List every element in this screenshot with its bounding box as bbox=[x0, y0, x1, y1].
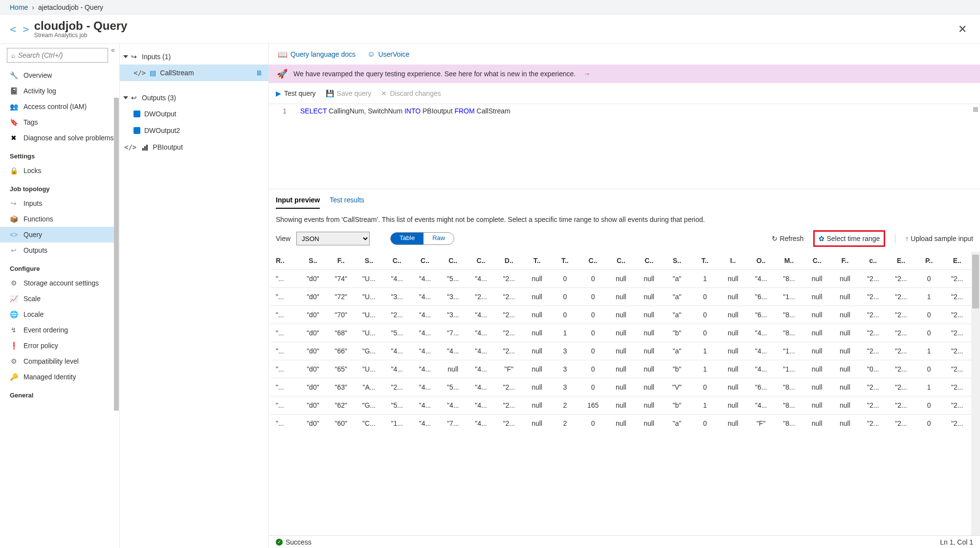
editor-code[interactable]: SELECT CallingNum, SwitchNum INTO PBIout… bbox=[293, 104, 511, 189]
column-header[interactable]: T.. bbox=[691, 252, 719, 270]
column-header[interactable]: C.. bbox=[607, 252, 635, 270]
table-row[interactable]: "..."d0""65""U..."4..."4...null"4..."F"n… bbox=[271, 360, 971, 378]
table-row[interactable]: "..."d0""72""U..."3..."4..."3..."2..."2.… bbox=[271, 288, 971, 306]
table-row[interactable]: "..."d0""74""U..."4..."4..."5..."4..."2.… bbox=[271, 270, 971, 288]
table-cell: null bbox=[523, 342, 551, 360]
sidebar-item[interactable]: 🌐Locale bbox=[0, 307, 115, 322]
table-cell: "4... bbox=[747, 342, 775, 360]
sidebar-item[interactable]: ↩Outputs bbox=[0, 242, 115, 258]
sidebar-item[interactable]: ↯Event ordering bbox=[0, 322, 115, 338]
sidebar-item[interactable]: 🔖Tags bbox=[0, 114, 115, 130]
nav-icon: 🔑 bbox=[10, 373, 18, 381]
sidebar-item[interactable]: ⚙Compatibility level bbox=[0, 353, 115, 369]
svg-rect-1 bbox=[144, 146, 146, 151]
table-cell: "4... bbox=[411, 342, 439, 360]
column-header[interactable]: C.. bbox=[803, 252, 831, 270]
sidebar-item[interactable]: ❗Error policy bbox=[0, 338, 115, 353]
breadcrumb-home[interactable]: Home bbox=[10, 3, 28, 11]
table-row[interactable]: "..."d0""63""A..."2..."4..."5..."4..."2.… bbox=[271, 378, 971, 396]
toggle-table[interactable]: Table bbox=[391, 233, 423, 244]
column-header[interactable]: M.. bbox=[775, 252, 803, 270]
view-select[interactable]: JSON bbox=[296, 232, 370, 245]
test-query-button[interactable]: ▶ Test query bbox=[276, 89, 316, 97]
sidebar-item[interactable]: <>Query bbox=[0, 227, 115, 242]
tree-output-item[interactable]: DWOutput2 bbox=[120, 122, 268, 139]
nav-label: Outputs bbox=[23, 246, 47, 254]
table-row[interactable]: "..."d0""62""G..."5..."4..."4..."4..."2.… bbox=[271, 396, 971, 415]
column-header[interactable]: C.. bbox=[411, 252, 439, 270]
uservoice-link[interactable]: ☺ UserVoice bbox=[367, 50, 409, 59]
sidebar-item[interactable]: ✖Diagnose and solve problems bbox=[0, 130, 115, 146]
table-cell: "... bbox=[271, 306, 299, 324]
column-header[interactable]: C.. bbox=[439, 252, 467, 270]
discard-icon: ✕ bbox=[381, 89, 387, 97]
table-cell: "2... bbox=[887, 396, 915, 415]
select-time-range-button[interactable]: ✿ Select time range bbox=[813, 230, 885, 247]
editor-scrollbar[interactable] bbox=[973, 107, 978, 112]
view-toggle[interactable]: Table Raw bbox=[390, 232, 454, 245]
column-header[interactable]: D.. bbox=[495, 252, 523, 270]
table-scrollbar-track[interactable] bbox=[971, 252, 980, 535]
search-input[interactable] bbox=[18, 51, 104, 59]
table-row[interactable]: "..."d0""66""G..."4..."4..."4..."4..."2.… bbox=[271, 342, 971, 360]
sidebar-item[interactable]: 🔧Overview bbox=[0, 67, 115, 83]
query-editor[interactable]: 1 SELECT CallingNum, SwitchNum INTO PBIo… bbox=[269, 104, 980, 189]
arrow-icon[interactable]: → bbox=[583, 70, 590, 78]
column-header[interactable]: E.. bbox=[887, 252, 915, 270]
refresh-button[interactable]: ↻ Refresh bbox=[772, 235, 803, 242]
discard-changes-button[interactable]: ✕ Discard changes bbox=[381, 89, 441, 97]
table-cell: null bbox=[607, 270, 635, 288]
column-header[interactable]: S.. bbox=[355, 252, 383, 270]
column-header[interactable]: E.. bbox=[943, 252, 971, 270]
column-header[interactable]: S.. bbox=[299, 252, 327, 270]
file-icon[interactable]: 🗎 bbox=[256, 69, 263, 77]
sidebar-item[interactable]: 📓Activity log bbox=[0, 83, 115, 99]
nav-icon: 🔧 bbox=[10, 71, 18, 79]
tree-outputs-group[interactable]: ↩ Outputs (3) bbox=[120, 90, 268, 106]
sidebar-item[interactable]: 📈Scale bbox=[0, 291, 115, 307]
column-header[interactable]: F.. bbox=[831, 252, 859, 270]
table-scrollbar-thumb[interactable] bbox=[972, 255, 979, 308]
sidebar-item[interactable]: 🔑Managed Identity bbox=[0, 369, 115, 385]
table-row[interactable]: "..."d0""60""C..."1..."4..."7..."4..."2.… bbox=[271, 415, 971, 433]
table-cell: null bbox=[831, 324, 859, 342]
column-header[interactable]: T.. bbox=[523, 252, 551, 270]
column-header[interactable]: C.. bbox=[635, 252, 663, 270]
column-header[interactable]: R.. bbox=[271, 252, 299, 270]
sidebar-item[interactable]: 📦Functions bbox=[0, 211, 115, 227]
save-query-button[interactable]: 💾 Save query bbox=[326, 89, 372, 97]
sidebar-collapse-button[interactable]: « bbox=[109, 46, 117, 55]
column-header[interactable]: F.. bbox=[327, 252, 355, 270]
column-header[interactable]: T.. bbox=[551, 252, 579, 270]
sidebar-item[interactable]: ⚙Storage account settings bbox=[0, 275, 115, 291]
query-language-docs-link[interactable]: 📖 Query language docs bbox=[278, 50, 356, 59]
table-row[interactable]: "..."d0""70""U..."2..."4..."3..."4..."2.… bbox=[271, 306, 971, 324]
column-header[interactable]: c.. bbox=[859, 252, 887, 270]
sidebar-item[interactable]: ↪Inputs bbox=[0, 196, 115, 211]
column-header[interactable]: C.. bbox=[467, 252, 495, 270]
column-header[interactable]: C.. bbox=[579, 252, 607, 270]
tab-test-results[interactable]: Test results bbox=[330, 196, 364, 209]
tree-inputs-group[interactable]: ↪ Inputs (1) bbox=[120, 49, 268, 65]
table-row[interactable]: "..."d0""68""U..."5..."4..."7..."4..."2.… bbox=[271, 324, 971, 342]
tree-output-item[interactable]: DWOutput bbox=[120, 106, 268, 122]
tree-input-item[interactable]: </> ▤ CallStream🗎 bbox=[120, 65, 268, 81]
column-header[interactable]: C.. bbox=[383, 252, 411, 270]
column-header[interactable]: I.. bbox=[719, 252, 747, 270]
column-header[interactable]: S.. bbox=[663, 252, 691, 270]
search-box[interactable]: ⌕ bbox=[7, 48, 108, 63]
tree-output-item[interactable]: </> PBIoutput bbox=[120, 139, 268, 155]
upload-sample-input-button[interactable]: ↑ Upload sample input bbox=[905, 235, 973, 242]
sidebar-item[interactable]: 👥Access control (IAM) bbox=[0, 99, 115, 114]
table-cell: "4... bbox=[439, 396, 467, 415]
preview-controls: View JSON Table Raw ↻ Refresh ✿ Select bbox=[269, 230, 980, 252]
table-cell: "8... bbox=[775, 324, 803, 342]
table-cell: "d0" bbox=[299, 342, 327, 360]
tab-input-preview[interactable]: Input preview bbox=[276, 196, 320, 209]
column-header[interactable]: P.. bbox=[915, 252, 943, 270]
sidebar-scrollbar[interactable] bbox=[114, 98, 119, 411]
close-button[interactable]: ✕ bbox=[955, 23, 970, 36]
toggle-raw[interactable]: Raw bbox=[423, 233, 454, 244]
sidebar-item[interactable]: 🔒Locks bbox=[0, 163, 115, 178]
column-header[interactable]: O.. bbox=[747, 252, 775, 270]
